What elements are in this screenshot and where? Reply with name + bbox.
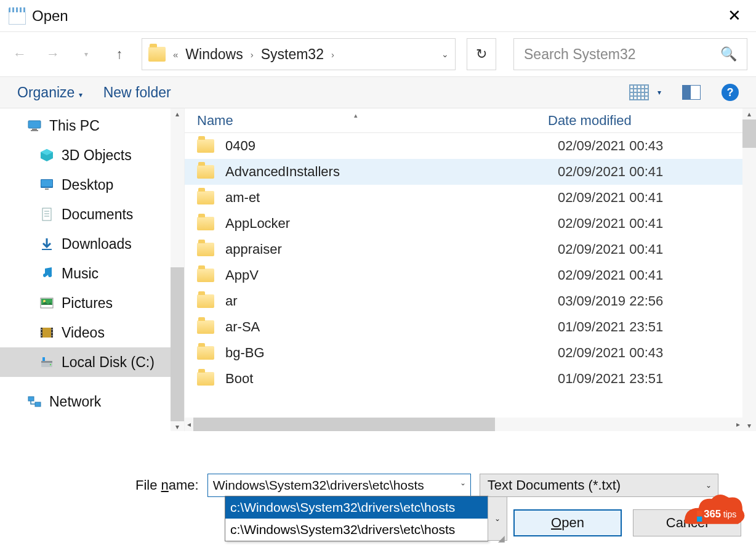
sidebar-item-music[interactable]: Music <box>0 259 184 288</box>
folder-icon <box>197 165 214 179</box>
sidebar-scrollbar[interactable]: ▴ ▾ <box>171 108 184 431</box>
file-name: appraiser <box>225 241 558 257</box>
organize-menu[interactable]: Organize ▾ <box>17 84 82 101</box>
file-row[interactable]: ar03/09/2019 22:56 <box>185 288 756 314</box>
svg-point-20 <box>52 329 53 330</box>
sidebar-item-label: Local Disk (C:) <box>62 354 155 371</box>
sidebar-item-desktop[interactable]: Desktop <box>0 170 184 200</box>
file-row[interactable]: AdvancedInstallers02/09/2021 00:41 <box>185 159 756 185</box>
doc-icon <box>38 207 55 222</box>
breadcrumb[interactable]: « Windows › System32 › ⌄ <box>142 38 456 70</box>
sidebar-item-local-disk-c-[interactable]: Local Disk (C:) <box>0 347 184 377</box>
command-bar: Organize ▾ New folder ▾ ? <box>0 76 756 108</box>
sidebar-item-pictures[interactable]: Pictures <box>0 288 184 318</box>
breadcrumb-part[interactable]: System32 <box>261 46 324 63</box>
sort-indicator-icon: ▴ <box>354 111 358 119</box>
column-date[interactable]: Date modified <box>548 113 756 129</box>
sidebar-item-label: Videos <box>62 325 105 341</box>
sidebar-item-downloads[interactable]: Downloads <box>0 229 184 259</box>
sidebar-item-label: Pictures <box>62 295 113 312</box>
folder-icon <box>197 269 214 282</box>
sidebar-item-documents[interactable]: Documents <box>0 200 184 229</box>
sidebar-item-label: Desktop <box>62 177 113 193</box>
search-icon: 🔍 <box>720 46 737 62</box>
view-icon[interactable] <box>629 84 649 100</box>
breadcrumb-dropdown[interactable]: ⌄ <box>441 49 449 59</box>
refresh-button[interactable]: ↻ <box>467 38 496 70</box>
svg-rect-6 <box>42 208 51 220</box>
sidebar-item-label: Downloads <box>62 236 132 253</box>
notepad-icon <box>9 7 26 25</box>
open-button[interactable]: Open <box>513 509 622 536</box>
up-button[interactable]: ↑ <box>108 43 131 65</box>
filename-dropdown-icon[interactable]: ⌄ <box>460 479 466 487</box>
svg-point-18 <box>41 332 42 333</box>
sidebar-item-3d-objects[interactable]: 3D Objects <box>0 140 184 170</box>
file-row[interactable]: appraiser02/09/2021 00:41 <box>185 237 756 262</box>
chevron-right-icon: › <box>329 49 337 60</box>
file-date: 03/09/2019 22:56 <box>558 293 756 309</box>
svg-point-19 <box>41 335 42 336</box>
close-button[interactable]: ✕ <box>722 2 747 29</box>
navigation-pane: This PC3D ObjectsDesktopDocumentsDownloa… <box>0 108 185 431</box>
file-row[interactable]: AppLocker02/09/2021 00:41 <box>185 211 756 237</box>
disk-icon <box>38 355 55 370</box>
view-dropdown[interactable]: ▾ <box>657 88 661 97</box>
file-name: Boot <box>225 371 558 387</box>
file-name: 0409 <box>225 138 558 154</box>
column-headers: Name▴ Date modified <box>185 108 756 133</box>
chevron-left-icon: « <box>171 49 180 60</box>
desktop-icon <box>38 177 55 192</box>
sidebar-item-network[interactable]: Network <box>0 387 184 416</box>
filename-input[interactable] <box>207 474 471 497</box>
file-row[interactable]: bg-BG02/09/2021 00:43 <box>185 340 756 366</box>
chevron-right-icon: › <box>248 49 256 60</box>
resize-grip-icon[interactable]: ◢ <box>498 533 505 543</box>
new-folder-button[interactable]: New folder <box>103 84 171 101</box>
file-row[interactable]: am-et02/09/2021 00:41 <box>185 185 756 211</box>
file-row[interactable]: 040902/09/2021 00:43 <box>185 133 756 159</box>
breadcrumb-part[interactable]: Windows <box>185 46 243 63</box>
back-button[interactable]: ← <box>9 43 31 65</box>
sidebar-item-label: 3D Objects <box>62 147 132 164</box>
svg-rect-5 <box>45 188 49 190</box>
help-icon[interactable]: ? <box>722 84 739 101</box>
sidebar-item-label: Music <box>62 265 99 282</box>
sidebar-item-label: This PC <box>49 118 100 134</box>
filelist-scrollbar-horizontal[interactable]: ◂ ▸ <box>185 418 742 431</box>
filename-autocomplete[interactable]: c:\Windows\System32\drivers\etc\hosts c:… <box>225 496 488 541</box>
chevron-down-icon: ⌄ <box>706 481 712 490</box>
file-row[interactable]: Boot01/09/2021 23:51 <box>185 366 756 392</box>
file-row[interactable]: AppV02/09/2021 00:41 <box>185 262 756 288</box>
net-icon <box>26 394 43 409</box>
forward-button[interactable]: → <box>42 43 64 65</box>
search-input[interactable]: Search System32 🔍 <box>513 38 747 70</box>
title-bar: Open ✕ <box>0 0 756 32</box>
folder-icon <box>197 294 214 308</box>
file-date: 02/09/2021 00:41 <box>558 241 756 257</box>
file-name: ar <box>225 293 558 309</box>
search-placeholder: Search System32 <box>524 46 636 63</box>
recent-dropdown[interactable]: ▾ <box>75 43 97 65</box>
file-row[interactable]: ar-SA01/09/2021 23:51 <box>185 314 756 340</box>
watermark-365tips: 365 tips <box>678 491 747 536</box>
autocomplete-item[interactable]: c:\Windows\System32\drivers\etc\hosts <box>225 519 488 541</box>
column-name[interactable]: Name▴ <box>197 113 548 129</box>
file-date: 02/09/2021 00:43 <box>558 345 756 361</box>
folder-icon <box>197 139 214 153</box>
svg-point-26 <box>50 364 51 365</box>
folder-icon <box>197 217 214 230</box>
file-date: 01/09/2021 23:51 <box>558 371 756 387</box>
preview-pane-icon[interactable] <box>682 85 701 100</box>
file-name: AdvancedInstallers <box>225 164 558 180</box>
file-date: 02/09/2021 00:41 <box>558 190 756 206</box>
autocomplete-item[interactable]: c:\Windows\System32\drivers\etc\hosts <box>225 496 488 519</box>
sidebar-item-this-pc[interactable]: This PC <box>0 111 184 140</box>
sidebar-item-label: Network <box>49 394 101 410</box>
window-title: Open <box>32 7 68 25</box>
svg-rect-1 <box>32 129 37 130</box>
sidebar-item-videos[interactable]: Videos <box>0 318 184 347</box>
filelist-scrollbar-vertical[interactable]: ▴ ▾ <box>742 108 756 431</box>
folder-icon <box>197 346 214 360</box>
svg-text:tips: tips <box>723 509 737 519</box>
